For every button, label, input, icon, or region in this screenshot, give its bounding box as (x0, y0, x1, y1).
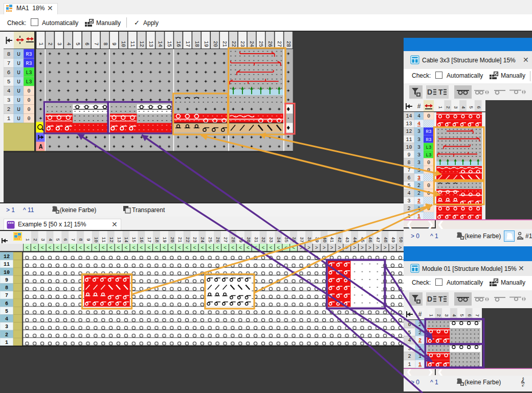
svg-text:0: 0 (427, 206, 430, 212)
svg-text:<: < (132, 245, 135, 250)
svg-text:3: 3 (417, 152, 420, 158)
svg-text:<: < (33, 245, 36, 250)
svg-text:0: 0 (427, 168, 430, 173)
svg-text:<: < (178, 245, 181, 250)
svg-text:4: 4 (417, 113, 420, 119)
svg-text:<: < (277, 245, 280, 250)
svg-text:5: 5 (55, 238, 60, 241)
svg-text:>: > (361, 245, 364, 250)
svg-text:1: 1 (5, 340, 8, 345)
svg-text:<: < (63, 245, 66, 250)
svg-text:22: 22 (231, 41, 236, 47)
svg-text:<: < (247, 245, 250, 250)
svg-text:36: 36 (291, 237, 296, 243)
svg-text:3: 3 (444, 314, 449, 316)
svg-text:31: 31 (253, 237, 258, 243)
svg-text:<: < (193, 245, 196, 250)
svg-text:<: < (284, 245, 287, 250)
svg-text:8: 8 (407, 160, 410, 166)
svg-text:0: 0 (27, 88, 30, 94)
svg-text:48: 48 (383, 237, 388, 243)
svg-text:25: 25 (258, 41, 263, 47)
svg-text:>: > (384, 245, 387, 250)
svg-text:1: 1 (437, 106, 442, 108)
svg-text:>: > (399, 245, 402, 250)
svg-text:1: 1 (408, 362, 411, 367)
svg-text:<: < (49, 245, 52, 250)
svg-text:1: 1 (418, 362, 422, 367)
svg-text:4: 4 (417, 121, 420, 127)
svg-text:10: 10 (4, 270, 10, 275)
svg-text:U: U (17, 88, 20, 94)
svg-text:5: 5 (7, 79, 11, 85)
svg-text:<: < (41, 245, 44, 250)
svg-text:R3: R3 (426, 129, 432, 134)
svg-text:<: < (261, 245, 264, 250)
svg-text:17: 17 (146, 237, 151, 243)
svg-text:U: U (17, 60, 20, 66)
svg-text:1: 1 (407, 214, 410, 219)
svg-text:<: < (71, 245, 74, 250)
svg-text:9: 9 (5, 278, 8, 283)
svg-text:4: 4 (5, 316, 8, 322)
svg-text:<: < (124, 245, 127, 250)
svg-text:8: 8 (7, 51, 11, 57)
svg-text:U: U (17, 70, 20, 76)
svg-text:4: 4 (460, 106, 465, 108)
svg-text:7: 7 (70, 238, 75, 241)
svg-text:6: 6 (408, 322, 411, 328)
svg-text:>: > (323, 245, 326, 250)
svg-text:<: < (208, 245, 211, 250)
svg-text:<: < (26, 245, 29, 250)
svg-text:12: 12 (406, 129, 412, 134)
svg-text:U: U (17, 51, 20, 57)
svg-text:1: 1 (428, 314, 433, 316)
svg-text:7: 7 (5, 293, 8, 298)
svg-text:40: 40 (322, 237, 327, 243)
svg-text:#: # (418, 311, 422, 318)
svg-text:38: 38 (306, 237, 312, 243)
svg-text:2: 2 (7, 106, 11, 112)
svg-text:2: 2 (418, 330, 422, 336)
svg-text:17: 17 (185, 41, 190, 47)
svg-text:2: 2 (418, 322, 422, 328)
svg-text:2: 2 (32, 238, 37, 241)
svg-text:7: 7 (93, 42, 99, 45)
svg-text:18: 18 (154, 237, 159, 243)
svg-text:R3: R3 (426, 137, 432, 143)
svg-text:3: 3 (56, 42, 62, 45)
svg-text:>: > (330, 245, 333, 250)
svg-text:0: 0 (427, 191, 430, 196)
svg-text:4: 4 (407, 191, 410, 196)
svg-text:29: 29 (238, 237, 243, 243)
svg-text:<: < (94, 245, 97, 250)
svg-text:45: 45 (360, 237, 365, 243)
svg-text:3: 3 (408, 346, 411, 352)
svg-text:>: > (338, 245, 341, 250)
svg-text:1: 1 (25, 238, 30, 241)
svg-text:5: 5 (75, 42, 80, 45)
svg-text:<: < (231, 245, 234, 250)
svg-text:1: 1 (417, 206, 420, 212)
svg-text:6: 6 (476, 106, 481, 108)
svg-text:>: > (315, 245, 318, 250)
svg-text:<: < (163, 245, 166, 250)
svg-text:49: 49 (390, 237, 395, 243)
svg-text:<: < (186, 245, 189, 250)
svg-text:>: > (353, 245, 356, 250)
svg-text:<: < (239, 245, 242, 250)
svg-text:<: < (155, 245, 158, 250)
svg-text:41: 41 (329, 237, 334, 243)
svg-text:3: 3 (417, 160, 420, 166)
svg-text:21: 21 (221, 41, 227, 47)
svg-text:4: 4 (451, 314, 456, 316)
svg-text:11: 11 (101, 237, 106, 243)
svg-text:21: 21 (177, 237, 182, 243)
svg-text:T: T (438, 88, 443, 96)
svg-text:16: 16 (139, 237, 144, 243)
svg-text:15: 15 (166, 41, 172, 47)
svg-text:<: < (254, 245, 257, 250)
svg-text:4: 4 (7, 88, 11, 94)
svg-text:<: < (170, 245, 173, 250)
svg-text:L3: L3 (26, 70, 32, 76)
